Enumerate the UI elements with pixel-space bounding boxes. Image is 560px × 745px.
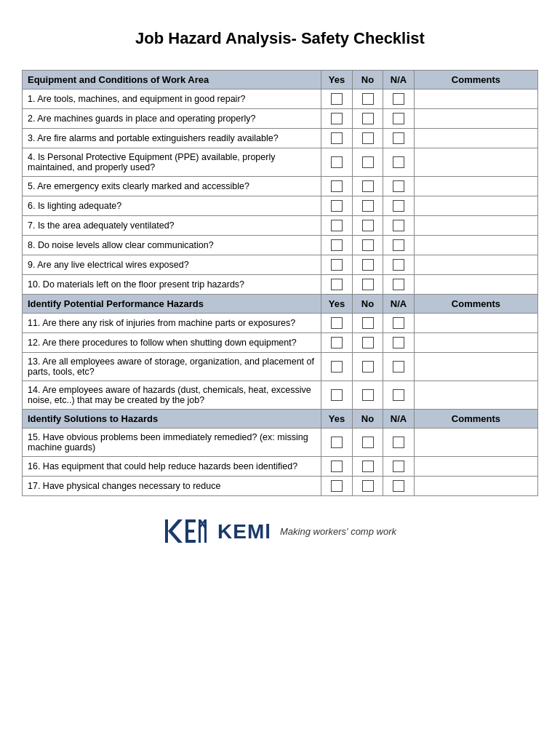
na-checkbox[interactable] [393,156,404,168]
row-na-cell[interactable] [383,216,415,236]
no-checkbox[interactable] [362,156,374,168]
row-no-cell[interactable] [352,236,383,255]
na-checkbox[interactable] [393,93,404,105]
yes-checkbox[interactable] [331,480,343,492]
yes-checkbox[interactable] [331,259,343,271]
row-na-cell[interactable] [383,129,415,148]
no-checkbox[interactable] [362,239,374,251]
na-checkbox[interactable] [393,437,404,448]
row-na-cell[interactable] [383,314,415,333]
row-yes-cell[interactable] [321,333,353,353]
no-checkbox[interactable] [362,361,374,372]
no-checkbox[interactable] [362,337,374,348]
yes-checkbox[interactable] [331,437,343,448]
na-checkbox[interactable] [393,220,404,231]
row-yes-cell[interactable] [321,148,353,177]
row-yes-cell[interactable] [321,196,353,216]
row-na-cell[interactable] [383,477,415,496]
row-yes-cell[interactable] [321,275,353,295]
row-na-cell[interactable] [383,148,415,177]
row-na-cell[interactable] [383,353,415,381]
yes-checkbox[interactable] [331,389,343,401]
na-checkbox[interactable] [393,317,404,329]
row-no-cell[interactable] [352,429,383,457]
na-checkbox[interactable] [393,200,404,212]
yes-checkbox[interactable] [331,461,343,472]
row-no-cell[interactable] [352,275,383,295]
row-yes-cell[interactable] [321,314,353,333]
na-checkbox[interactable] [393,461,404,472]
no-checkbox[interactable] [362,279,374,290]
yes-checkbox[interactable] [331,317,343,329]
row-no-cell[interactable] [352,353,383,381]
yes-checkbox[interactable] [331,279,343,290]
no-checkbox[interactable] [362,200,374,212]
row-na-cell[interactable] [383,177,415,196]
row-no-cell[interactable] [352,89,383,109]
no-checkbox[interactable] [362,480,374,492]
row-na-cell[interactable] [383,89,415,109]
no-checkbox[interactable] [362,259,374,271]
row-yes-cell[interactable] [321,381,353,410]
na-checkbox[interactable] [393,337,404,348]
yes-checkbox[interactable] [331,180,343,192]
na-checkbox[interactable] [393,132,404,144]
row-na-cell[interactable] [383,236,415,255]
row-yes-cell[interactable] [321,177,353,196]
row-no-cell[interactable] [352,109,383,129]
no-checkbox[interactable] [362,317,374,329]
row-na-cell[interactable] [383,333,415,353]
row-na-cell[interactable] [383,429,415,457]
row-yes-cell[interactable] [321,109,353,129]
row-no-cell[interactable] [352,314,383,333]
yes-checkbox[interactable] [331,200,343,212]
row-no-cell[interactable] [352,457,383,477]
no-checkbox[interactable] [362,389,374,401]
row-na-cell[interactable] [383,255,415,275]
na-checkbox[interactable] [393,361,404,372]
row-no-cell[interactable] [352,148,383,177]
row-yes-cell[interactable] [321,216,353,236]
yes-checkbox[interactable] [331,361,343,372]
no-checkbox[interactable] [362,437,374,448]
yes-checkbox[interactable] [331,220,343,231]
yes-checkbox[interactable] [331,93,343,105]
yes-checkbox[interactable] [331,113,343,124]
row-yes-cell[interactable] [321,255,353,275]
na-checkbox[interactable] [393,113,404,124]
row-yes-cell[interactable] [321,429,353,457]
no-checkbox[interactable] [362,113,374,124]
row-no-cell[interactable] [352,177,383,196]
row-no-cell[interactable] [352,196,383,216]
na-checkbox[interactable] [393,480,404,492]
no-checkbox[interactable] [362,132,374,144]
row-no-cell[interactable] [352,255,383,275]
no-checkbox[interactable] [362,93,374,105]
row-na-cell[interactable] [383,196,415,216]
row-no-cell[interactable] [352,477,383,496]
no-checkbox[interactable] [362,461,374,472]
row-na-cell[interactable] [383,457,415,477]
row-na-cell[interactable] [383,109,415,129]
no-checkbox[interactable] [362,220,374,231]
row-yes-cell[interactable] [321,353,353,381]
yes-checkbox[interactable] [331,337,343,348]
row-no-cell[interactable] [352,333,383,353]
row-yes-cell[interactable] [321,236,353,255]
row-na-cell[interactable] [383,275,415,295]
yes-checkbox[interactable] [331,132,343,144]
row-no-cell[interactable] [352,129,383,148]
no-checkbox[interactable] [362,180,374,192]
yes-checkbox[interactable] [331,156,343,168]
row-no-cell[interactable] [352,216,383,236]
yes-checkbox[interactable] [331,239,343,251]
row-yes-cell[interactable] [321,457,353,477]
na-checkbox[interactable] [393,180,404,192]
na-checkbox[interactable] [393,259,404,271]
row-no-cell[interactable] [352,381,383,410]
na-checkbox[interactable] [393,239,404,251]
na-checkbox[interactable] [393,389,404,401]
row-na-cell[interactable] [383,381,415,410]
row-yes-cell[interactable] [321,89,353,109]
na-checkbox[interactable] [393,279,404,290]
